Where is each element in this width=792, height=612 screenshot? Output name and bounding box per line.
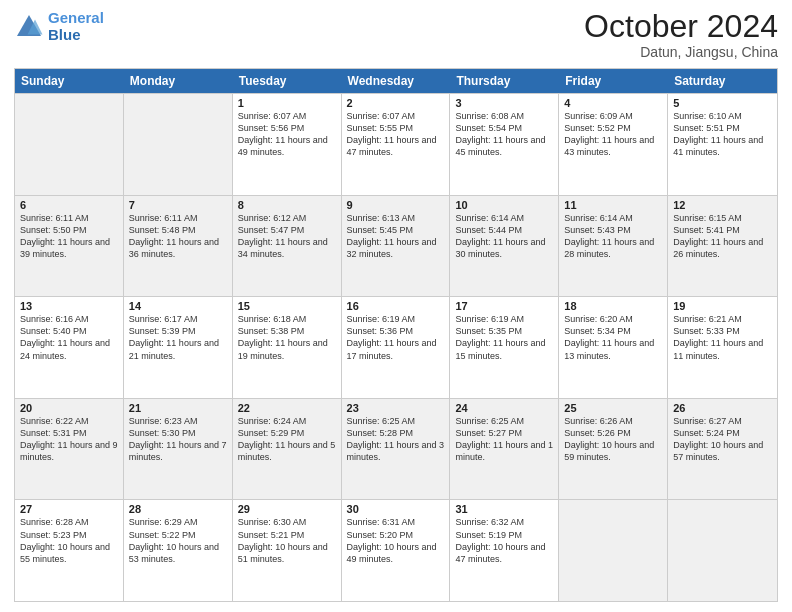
cell-info: Sunrise: 6:28 AM Sunset: 5:23 PM Dayligh… bbox=[20, 516, 118, 565]
calendar-cell: 5Sunrise: 6:10 AM Sunset: 5:51 PM Daylig… bbox=[668, 94, 777, 195]
header: General Blue October 2024 Datun, Jiangsu… bbox=[14, 10, 778, 60]
calendar-cell: 24Sunrise: 6:25 AM Sunset: 5:27 PM Dayli… bbox=[450, 399, 559, 500]
day-number: 15 bbox=[238, 300, 336, 312]
calendar-cell: 30Sunrise: 6:31 AM Sunset: 5:20 PM Dayli… bbox=[342, 500, 451, 601]
cell-info: Sunrise: 6:07 AM Sunset: 5:56 PM Dayligh… bbox=[238, 110, 336, 159]
calendar-cell: 13Sunrise: 6:16 AM Sunset: 5:40 PM Dayli… bbox=[15, 297, 124, 398]
calendar-cell: 15Sunrise: 6:18 AM Sunset: 5:38 PM Dayli… bbox=[233, 297, 342, 398]
calendar-row: 20Sunrise: 6:22 AM Sunset: 5:31 PM Dayli… bbox=[15, 398, 777, 500]
calendar-cell: 2Sunrise: 6:07 AM Sunset: 5:55 PM Daylig… bbox=[342, 94, 451, 195]
cell-info: Sunrise: 6:19 AM Sunset: 5:35 PM Dayligh… bbox=[455, 313, 553, 362]
day-number: 9 bbox=[347, 199, 445, 211]
calendar-cell: 16Sunrise: 6:19 AM Sunset: 5:36 PM Dayli… bbox=[342, 297, 451, 398]
cell-info: Sunrise: 6:12 AM Sunset: 5:47 PM Dayligh… bbox=[238, 212, 336, 261]
cell-info: Sunrise: 6:08 AM Sunset: 5:54 PM Dayligh… bbox=[455, 110, 553, 159]
calendar-cell: 20Sunrise: 6:22 AM Sunset: 5:31 PM Dayli… bbox=[15, 399, 124, 500]
day-number: 2 bbox=[347, 97, 445, 109]
calendar-cell: 1Sunrise: 6:07 AM Sunset: 5:56 PM Daylig… bbox=[233, 94, 342, 195]
cell-info: Sunrise: 6:07 AM Sunset: 5:55 PM Dayligh… bbox=[347, 110, 445, 159]
calendar-header: Sunday Monday Tuesday Wednesday Thursday… bbox=[15, 69, 777, 93]
cell-info: Sunrise: 6:22 AM Sunset: 5:31 PM Dayligh… bbox=[20, 415, 118, 464]
cell-info: Sunrise: 6:15 AM Sunset: 5:41 PM Dayligh… bbox=[673, 212, 772, 261]
calendar-cell: 31Sunrise: 6:32 AM Sunset: 5:19 PM Dayli… bbox=[450, 500, 559, 601]
calendar-row: 13Sunrise: 6:16 AM Sunset: 5:40 PM Dayli… bbox=[15, 296, 777, 398]
cell-info: Sunrise: 6:19 AM Sunset: 5:36 PM Dayligh… bbox=[347, 313, 445, 362]
cell-info: Sunrise: 6:16 AM Sunset: 5:40 PM Dayligh… bbox=[20, 313, 118, 362]
day-number: 19 bbox=[673, 300, 772, 312]
day-number: 24 bbox=[455, 402, 553, 414]
calendar-cell: 7Sunrise: 6:11 AM Sunset: 5:48 PM Daylig… bbox=[124, 196, 233, 297]
cell-info: Sunrise: 6:10 AM Sunset: 5:51 PM Dayligh… bbox=[673, 110, 772, 159]
cell-info: Sunrise: 6:23 AM Sunset: 5:30 PM Dayligh… bbox=[129, 415, 227, 464]
calendar-cell: 3Sunrise: 6:08 AM Sunset: 5:54 PM Daylig… bbox=[450, 94, 559, 195]
calendar-cell: 29Sunrise: 6:30 AM Sunset: 5:21 PM Dayli… bbox=[233, 500, 342, 601]
cell-info: Sunrise: 6:14 AM Sunset: 5:44 PM Dayligh… bbox=[455, 212, 553, 261]
calendar-cell: 14Sunrise: 6:17 AM Sunset: 5:39 PM Dayli… bbox=[124, 297, 233, 398]
calendar-cell: 18Sunrise: 6:20 AM Sunset: 5:34 PM Dayli… bbox=[559, 297, 668, 398]
day-number: 5 bbox=[673, 97, 772, 109]
day-number: 1 bbox=[238, 97, 336, 109]
calendar-cell: 19Sunrise: 6:21 AM Sunset: 5:33 PM Dayli… bbox=[668, 297, 777, 398]
cell-info: Sunrise: 6:13 AM Sunset: 5:45 PM Dayligh… bbox=[347, 212, 445, 261]
cell-info: Sunrise: 6:29 AM Sunset: 5:22 PM Dayligh… bbox=[129, 516, 227, 565]
cell-info: Sunrise: 6:17 AM Sunset: 5:39 PM Dayligh… bbox=[129, 313, 227, 362]
day-number: 31 bbox=[455, 503, 553, 515]
header-monday: Monday bbox=[124, 69, 233, 93]
calendar-cell: 9Sunrise: 6:13 AM Sunset: 5:45 PM Daylig… bbox=[342, 196, 451, 297]
day-number: 22 bbox=[238, 402, 336, 414]
calendar-cell-empty bbox=[124, 94, 233, 195]
calendar-cell: 28Sunrise: 6:29 AM Sunset: 5:22 PM Dayli… bbox=[124, 500, 233, 601]
header-tuesday: Tuesday bbox=[233, 69, 342, 93]
cell-info: Sunrise: 6:25 AM Sunset: 5:27 PM Dayligh… bbox=[455, 415, 553, 464]
cell-info: Sunrise: 6:25 AM Sunset: 5:28 PM Dayligh… bbox=[347, 415, 445, 464]
calendar-cell: 17Sunrise: 6:19 AM Sunset: 5:35 PM Dayli… bbox=[450, 297, 559, 398]
day-number: 3 bbox=[455, 97, 553, 109]
day-number: 8 bbox=[238, 199, 336, 211]
calendar-cell-empty bbox=[15, 94, 124, 195]
day-number: 17 bbox=[455, 300, 553, 312]
calendar-cell: 4Sunrise: 6:09 AM Sunset: 5:52 PM Daylig… bbox=[559, 94, 668, 195]
logo: General Blue bbox=[14, 10, 104, 43]
day-number: 23 bbox=[347, 402, 445, 414]
day-number: 11 bbox=[564, 199, 662, 211]
page: General Blue October 2024 Datun, Jiangsu… bbox=[0, 0, 792, 612]
cell-info: Sunrise: 6:32 AM Sunset: 5:19 PM Dayligh… bbox=[455, 516, 553, 565]
day-number: 7 bbox=[129, 199, 227, 211]
day-number: 26 bbox=[673, 402, 772, 414]
calendar-cell: 22Sunrise: 6:24 AM Sunset: 5:29 PM Dayli… bbox=[233, 399, 342, 500]
calendar-body: 1Sunrise: 6:07 AM Sunset: 5:56 PM Daylig… bbox=[15, 93, 777, 601]
calendar-cell-empty bbox=[668, 500, 777, 601]
day-number: 20 bbox=[20, 402, 118, 414]
calendar-row: 6Sunrise: 6:11 AM Sunset: 5:50 PM Daylig… bbox=[15, 195, 777, 297]
calendar-cell: 6Sunrise: 6:11 AM Sunset: 5:50 PM Daylig… bbox=[15, 196, 124, 297]
day-number: 16 bbox=[347, 300, 445, 312]
day-number: 28 bbox=[129, 503, 227, 515]
cell-info: Sunrise: 6:26 AM Sunset: 5:26 PM Dayligh… bbox=[564, 415, 662, 464]
calendar-cell: 21Sunrise: 6:23 AM Sunset: 5:30 PM Dayli… bbox=[124, 399, 233, 500]
day-number: 13 bbox=[20, 300, 118, 312]
day-number: 25 bbox=[564, 402, 662, 414]
calendar-cell: 23Sunrise: 6:25 AM Sunset: 5:28 PM Dayli… bbox=[342, 399, 451, 500]
cell-info: Sunrise: 6:11 AM Sunset: 5:48 PM Dayligh… bbox=[129, 212, 227, 261]
day-number: 6 bbox=[20, 199, 118, 211]
logo-text: General Blue bbox=[48, 10, 104, 43]
title-block: October 2024 Datun, Jiangsu, China bbox=[584, 10, 778, 60]
cell-info: Sunrise: 6:31 AM Sunset: 5:20 PM Dayligh… bbox=[347, 516, 445, 565]
calendar-cell: 26Sunrise: 6:27 AM Sunset: 5:24 PM Dayli… bbox=[668, 399, 777, 500]
calendar-cell: 11Sunrise: 6:14 AM Sunset: 5:43 PM Dayli… bbox=[559, 196, 668, 297]
day-number: 21 bbox=[129, 402, 227, 414]
month-title: October 2024 bbox=[584, 10, 778, 42]
cell-info: Sunrise: 6:14 AM Sunset: 5:43 PM Dayligh… bbox=[564, 212, 662, 261]
cell-info: Sunrise: 6:21 AM Sunset: 5:33 PM Dayligh… bbox=[673, 313, 772, 362]
cell-info: Sunrise: 6:30 AM Sunset: 5:21 PM Dayligh… bbox=[238, 516, 336, 565]
day-number: 30 bbox=[347, 503, 445, 515]
cell-info: Sunrise: 6:18 AM Sunset: 5:38 PM Dayligh… bbox=[238, 313, 336, 362]
day-number: 12 bbox=[673, 199, 772, 211]
calendar-row: 1Sunrise: 6:07 AM Sunset: 5:56 PM Daylig… bbox=[15, 93, 777, 195]
cell-info: Sunrise: 6:27 AM Sunset: 5:24 PM Dayligh… bbox=[673, 415, 772, 464]
calendar-cell: 27Sunrise: 6:28 AM Sunset: 5:23 PM Dayli… bbox=[15, 500, 124, 601]
location: Datun, Jiangsu, China bbox=[584, 44, 778, 60]
day-number: 4 bbox=[564, 97, 662, 109]
header-friday: Friday bbox=[559, 69, 668, 93]
day-number: 29 bbox=[238, 503, 336, 515]
